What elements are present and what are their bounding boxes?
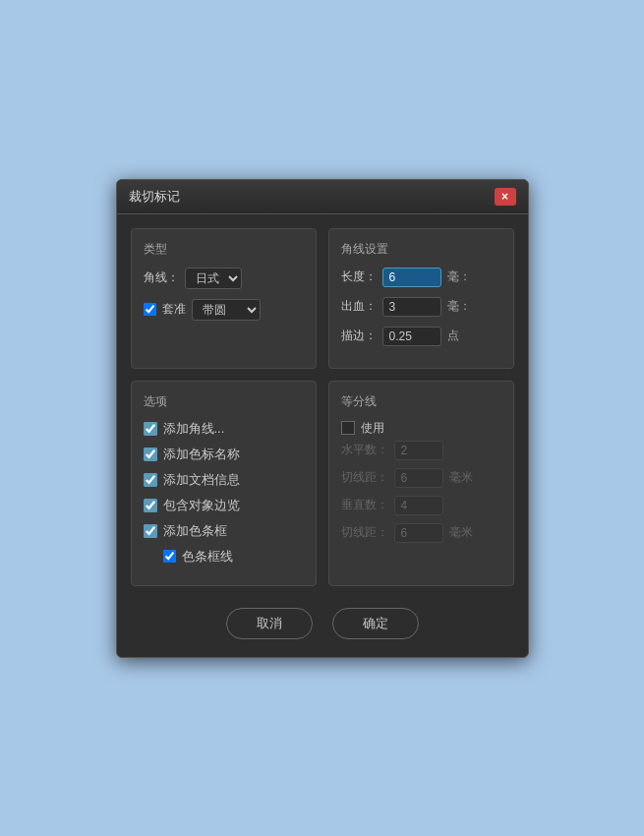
h-dist-input: [394, 468, 443, 488]
dialog-title: 裁切标记: [129, 188, 180, 206]
v-count-label: 垂直数：: [341, 497, 388, 513]
h-count-label: 水平数：: [341, 442, 388, 458]
close-button[interactable]: ×: [495, 188, 516, 206]
use-checkbox-square: [341, 421, 355, 435]
v-dist-label: 切线距：: [341, 524, 388, 541]
sleeve-label: 套准: [162, 301, 186, 318]
h-count-input: [394, 441, 443, 460]
option-sub-checkbox[interactable]: [163, 550, 176, 563]
option-item-4: 添加色条框: [144, 522, 304, 540]
length-input[interactable]: [382, 268, 441, 287]
stroke-row: 描边： 点: [341, 327, 501, 346]
option-label-4: 添加色条框: [163, 522, 227, 540]
option-checkbox-2[interactable]: [144, 473, 157, 487]
length-row: 长度： 毫：: [341, 268, 501, 287]
option-label-0: 添加角线...: [163, 420, 225, 438]
bottom-row: 选项 添加角线... 添加色标名称 添加文档信息 包含对象边览: [131, 381, 514, 586]
dialog: 裁切标记 × 类型 角线： 日式 美式 套准 带圆: [116, 179, 529, 658]
option-label-2: 添加文档信息: [163, 471, 240, 489]
corner-select[interactable]: 日式 美式: [185, 268, 242, 289]
dialog-body: 类型 角线： 日式 美式 套准 带圆 不带圆: [117, 214, 528, 657]
v-dist-row: 切线距： 毫米: [341, 523, 501, 543]
h-dist-unit: 毫米: [449, 469, 473, 486]
stroke-input[interactable]: [382, 327, 441, 346]
stroke-label: 描边：: [341, 328, 377, 344]
ok-button[interactable]: 确定: [332, 608, 419, 639]
equalline-panel: 等分线 使用 水平数： 切线距： 毫米 垂直数: [328, 381, 514, 586]
button-row: 取消 确定: [131, 598, 514, 643]
corner-settings-title: 角线设置: [341, 241, 501, 258]
bleed-label: 出血：: [341, 298, 377, 315]
option-checkbox-1[interactable]: [144, 448, 157, 461]
v-dist-unit: 毫米: [449, 524, 473, 541]
option-sub-item: 色条框线: [144, 548, 304, 566]
length-label: 长度：: [341, 269, 377, 285]
option-checkbox-4[interactable]: [144, 524, 157, 538]
use-row: 使用: [341, 420, 501, 437]
title-bar: 裁切标记 ×: [117, 180, 528, 214]
corner-settings-panel: 角线设置 长度： 毫： 出血： 毫： 描边： 点: [328, 228, 514, 369]
v-count-row: 垂直数：: [341, 496, 501, 515]
option-item-2: 添加文档信息: [144, 471, 304, 489]
option-sub-label: 色条框线: [182, 548, 233, 566]
option-item-1: 添加色标名称: [144, 446, 304, 463]
equal-fields: 水平数： 切线距： 毫米 垂直数： 切线距：: [341, 441, 501, 543]
sleeve-row: 套准 带圆 不带圆: [144, 299, 304, 321]
h-count-row: 水平数：: [341, 441, 501, 460]
bleed-row: 出血： 毫：: [341, 297, 501, 317]
h-dist-row: 切线距： 毫米: [341, 468, 501, 488]
bleed-unit: 毫：: [447, 298, 471, 315]
option-label-3: 包含对象边览: [163, 497, 240, 514]
corner-label: 角线：: [144, 269, 179, 286]
v-count-input: [394, 496, 443, 515]
type-panel: 类型 角线： 日式 美式 套准 带圆 不带圆: [131, 228, 317, 369]
option-label-1: 添加色标名称: [163, 446, 240, 463]
stroke-unit: 点: [447, 328, 459, 344]
sleeve-checkbox[interactable]: [144, 303, 156, 316]
option-item-3: 包含对象边览: [144, 497, 304, 514]
type-panel-title: 类型: [144, 241, 304, 258]
option-checkbox-0[interactable]: [144, 422, 157, 436]
h-dist-label: 切线距：: [341, 469, 388, 486]
options-title: 选项: [144, 393, 304, 410]
sleeve-select[interactable]: 带圆 不带圆: [192, 299, 261, 321]
bleed-input[interactable]: [382, 297, 441, 317]
cancel-button[interactable]: 取消: [226, 608, 313, 639]
use-label: 使用: [361, 420, 384, 437]
option-item-0: 添加角线...: [144, 420, 304, 438]
length-unit: 毫：: [447, 269, 471, 285]
options-panel: 选项 添加角线... 添加色标名称 添加文档信息 包含对象边览: [131, 381, 317, 586]
equalline-title: 等分线: [341, 393, 501, 410]
corner-row: 角线： 日式 美式: [144, 268, 304, 289]
top-row: 类型 角线： 日式 美式 套准 带圆 不带圆: [131, 228, 514, 369]
v-dist-input: [394, 523, 443, 543]
option-checkbox-3[interactable]: [144, 499, 157, 512]
